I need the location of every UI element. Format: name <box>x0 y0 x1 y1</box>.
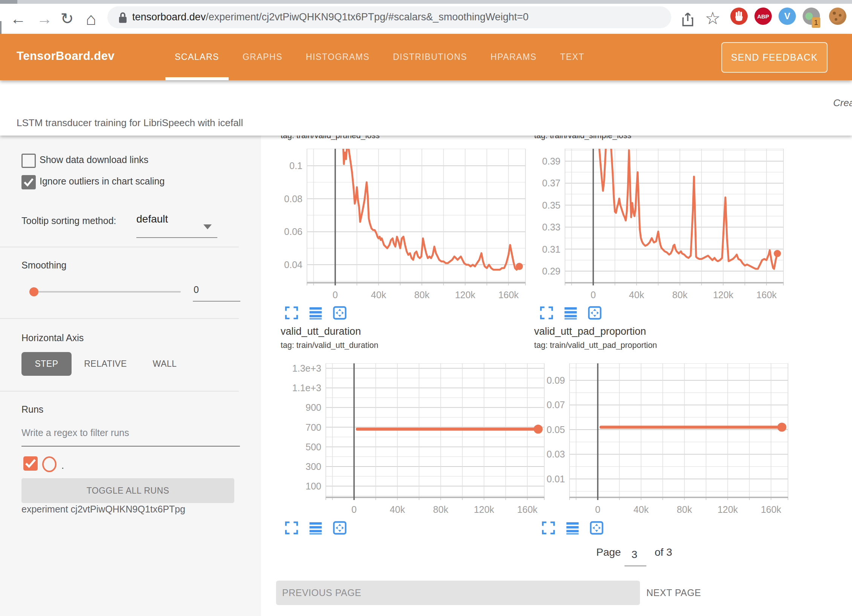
svg-text:0.03: 0.03 <box>547 449 565 459</box>
axis-step-button[interactable]: STEP <box>21 352 72 376</box>
extension-v-icon[interactable]: V <box>779 8 796 25</box>
share-icon[interactable] <box>681 12 695 29</box>
tooltip-sorting-select[interactable]: default <box>136 213 168 225</box>
svg-text:80k: 80k <box>672 290 688 300</box>
screen: ← → ↻ ⌂ tensorboard.dev/experiment/cj2vt… <box>0 0 852 616</box>
extension-abp-icon[interactable]: ABP <box>754 8 772 25</box>
smoothing-slider-thumb[interactable] <box>29 287 38 296</box>
ignore-outliers-label: Ignore outliers in chart scaling <box>40 176 165 187</box>
svg-text:0.29: 0.29 <box>542 266 560 276</box>
log-scale-icon[interactable] <box>563 306 578 320</box>
svg-text:80k: 80k <box>433 504 449 515</box>
fit-data-icon[interactable] <box>333 306 347 320</box>
chart-valid-utt-duration[interactable]: 1.3e+31.1e+3900700500300100040k80k120k16… <box>284 363 548 518</box>
page-number-input[interactable] <box>624 548 645 561</box>
tab-histograms[interactable]: HISTOGRAMS <box>294 34 381 80</box>
svg-text:300: 300 <box>305 461 321 472</box>
app-logo[interactable]: TensorBoard.dev <box>17 49 115 63</box>
chart-tag-cutoff: tag: train/valid_pruned_loss <box>281 136 514 140</box>
app-header: TensorBoard.dev SCALARS GRAPHS HISTOGRAM… <box>0 34 852 80</box>
bookmark-star-icon[interactable]: ☆ <box>703 8 722 28</box>
smoothing-value-input[interactable] <box>188 284 243 295</box>
chart-title: valid_utt_duration <box>281 326 361 337</box>
runs-label: Runs <box>21 404 43 415</box>
toggle-all-runs-button[interactable]: TOGGLE ALL RUNS <box>21 478 234 503</box>
tooltip-sorting-label: Tooltip sorting method: <box>21 215 116 226</box>
chart-toolbar <box>284 306 347 320</box>
back-icon[interactable]: ← <box>8 9 28 29</box>
svg-text:0.31: 0.31 <box>542 244 560 255</box>
svg-text:80k: 80k <box>677 504 692 515</box>
chart-valid-pruned-loss[interactable]: 0.10.080.060.04040k80k120k160k <box>266 149 529 303</box>
svg-text:0: 0 <box>595 504 600 515</box>
tab-distributions[interactable]: DISTRIBUTIONS <box>381 34 479 80</box>
svg-text:1.1e+3: 1.1e+3 <box>292 383 321 393</box>
show-download-links-checkbox[interactable] <box>21 154 36 168</box>
chevron-down-icon[interactable] <box>203 224 212 229</box>
send-feedback-button[interactable]: SEND FEEDBACK <box>721 42 828 73</box>
run-name[interactable]: . <box>61 460 64 471</box>
extension-cookie-icon[interactable] <box>829 8 846 25</box>
svg-text:0.06: 0.06 <box>284 226 302 237</box>
fit-data-icon[interactable] <box>333 521 347 535</box>
smoothing-value-underline <box>193 301 240 302</box>
divider <box>0 247 239 247</box>
ignore-outliers-checkbox[interactable] <box>21 175 36 189</box>
log-scale-icon[interactable] <box>308 521 323 535</box>
extension-stop-hand-icon[interactable] <box>730 8 748 25</box>
expand-chart-icon[interactable] <box>539 306 554 320</box>
axis-wall-button[interactable]: WALL <box>147 352 183 376</box>
svg-text:0.33: 0.33 <box>542 222 560 232</box>
browser-toolbar: ← → ↻ ⌂ tensorboard.dev/experiment/cj2vt… <box>0 4 852 34</box>
svg-text:0.04: 0.04 <box>284 259 302 270</box>
svg-text:0.35: 0.35 <box>542 200 560 210</box>
runs-filter-input[interactable] <box>21 427 232 438</box>
expand-chart-icon[interactable] <box>284 521 299 535</box>
extension-privacy-icon[interactable]: 1 <box>803 8 820 25</box>
fit-data-icon[interactable] <box>589 521 604 535</box>
svg-text:700: 700 <box>305 422 321 433</box>
reload-icon[interactable]: ↻ <box>57 9 77 29</box>
svg-text:0.39: 0.39 <box>542 156 560 166</box>
tab-scalars[interactable]: SCALARS <box>163 34 231 80</box>
chart-title: valid_utt_pad_proportion <box>534 326 646 337</box>
smoothing-slider[interactable] <box>33 291 181 293</box>
svg-text:0: 0 <box>333 290 338 300</box>
tooltip-sorting-underline <box>136 237 217 238</box>
divider <box>0 318 239 319</box>
svg-text:0.09: 0.09 <box>547 375 565 386</box>
svg-text:900: 900 <box>305 402 321 413</box>
url-bar[interactable]: tensorboard.dev/experiment/cj2vtPiwQHKN9… <box>107 6 671 28</box>
svg-text:40k: 40k <box>371 290 386 300</box>
expand-chart-icon[interactable] <box>541 521 556 535</box>
tab-graphs[interactable]: GRAPHS <box>231 34 294 80</box>
expand-chart-icon[interactable] <box>284 306 299 320</box>
browser-tab-strip <box>0 0 852 4</box>
forward-icon[interactable]: → <box>35 9 54 29</box>
log-scale-icon[interactable] <box>565 521 580 535</box>
home-icon[interactable]: ⌂ <box>81 9 101 29</box>
url-text[interactable]: tensorboard.dev/experiment/cj2vtPiwQHKN9… <box>132 11 528 23</box>
chart-valid-utt-pad-proportion[interactable]: 0.090.070.050.030.01040k80k120k160k <box>528 363 792 518</box>
experiment-info-band: Crea LSTM transducer training for LibriS… <box>0 80 852 136</box>
svg-text:120k: 120k <box>713 290 734 300</box>
svg-text:1.3e+3: 1.3e+3 <box>292 363 321 374</box>
chart-tag-cutoff: tag: train/valid_simple_loss <box>534 136 768 140</box>
tab-text[interactable]: TEXT <box>548 34 596 80</box>
run-checkbox[interactable] <box>23 456 38 471</box>
previous-page-button[interactable]: PREVIOUS PAGE <box>276 581 640 605</box>
tab-hparams[interactable]: HPARAMS <box>479 34 548 80</box>
lock-icon <box>117 11 128 26</box>
next-page-button[interactable]: NEXT PAGE <box>646 581 701 605</box>
nav-tabs: SCALARS GRAPHS HISTOGRAMS DISTRIBUTIONS … <box>163 34 596 80</box>
log-scale-icon[interactable] <box>308 306 323 320</box>
svg-text:160k: 160k <box>498 290 519 300</box>
browser-tab-edge <box>0 0 17 4</box>
charts-panel: tag: train/valid_pruned_loss 0.10.080.06… <box>261 136 852 616</box>
svg-text:100: 100 <box>305 481 321 491</box>
fit-data-icon[interactable] <box>588 306 602 320</box>
experiment-description: LSTM transducer training for LibriSpeech… <box>17 117 243 129</box>
svg-text:0.01: 0.01 <box>547 474 565 484</box>
axis-relative-button[interactable]: RELATIVE <box>81 352 130 376</box>
chart-valid-simple-loss[interactable]: 0.390.370.350.330.310.29040k80k120k160k <box>524 149 787 303</box>
